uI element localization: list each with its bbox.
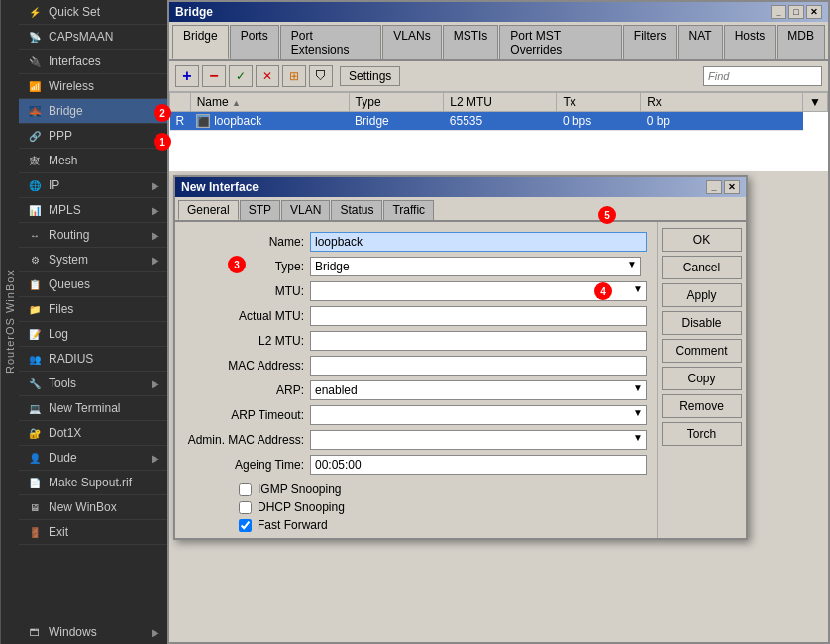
dialog-tab-general[interactable]: General [178, 200, 239, 220]
bridge-maximize-button[interactable]: □ [788, 5, 804, 19]
remove-button[interactable]: Remove [662, 394, 742, 418]
actual-mtu-label: Actual MTU: [185, 309, 304, 323]
bridge-minimize-button[interactable]: _ [771, 5, 786, 19]
ok-button[interactable]: OK [662, 228, 742, 252]
sidebar-item-mpls[interactable]: 📊 MPLS ▶ [19, 198, 167, 223]
sidebar-item-new-winbox[interactable]: 🖥 New WinBox [19, 495, 167, 520]
sidebar-item-tools[interactable]: 🔧 Tools ▶ [19, 372, 167, 396]
dialog-tab-traffic[interactable]: Traffic [383, 200, 434, 220]
sidebar-item-ip[interactable]: 🌐 IP ▶ [19, 173, 167, 198]
bridge-close-button[interactable]: ✕ [806, 5, 822, 19]
col-tx[interactable]: Tx [557, 93, 641, 112]
sidebar-item-mesh[interactable]: 🕸 Mesh [19, 149, 167, 173]
sidebar-item-dude[interactable]: 👤 Dude ▶ [19, 446, 167, 471]
sidebar-item-routing[interactable]: ↔ Routing ▶ [19, 223, 167, 248]
igmp-row: IGMP Snooping [179, 481, 653, 498]
main-content: Bridge _ □ ✕ BridgePortsPort ExtensionsV… [167, 0, 830, 644]
sidebar-item-new-terminal[interactable]: 💻 New Terminal [19, 396, 167, 421]
sidebar-item-wireless[interactable]: 📶 Wireless [19, 74, 167, 99]
dhcp-checkbox[interactable] [239, 501, 252, 514]
arp-timeout-select[interactable] [310, 405, 647, 425]
routing-arrow: ▶ [152, 230, 159, 241]
winbox-label: RouterOS WinBox [0, 0, 19, 644]
tab-filters[interactable]: Filters [623, 25, 677, 59]
table-row[interactable]: R ⬛ loopback Bridge 65535 0 bps 0 bp [170, 112, 828, 131]
sidebar-label-queues: Queues [49, 277, 159, 291]
sidebar-item-windows[interactable]: 🗔 Windows ▶ [19, 620, 167, 644]
tab-bridge[interactable]: Bridge [172, 25, 229, 59]
make-supout-icon: 📄 [27, 475, 43, 490]
sidebar-item-capsman[interactable]: 📡 CAPsMAAN [19, 25, 167, 50]
copy-button[interactable]: Copy [662, 367, 742, 390]
col-name[interactable]: Name ▲ [190, 93, 349, 112]
copy-toolbar-button[interactable]: ⊞ [282, 65, 306, 87]
sidebar-item-files[interactable]: 📁 Files [19, 297, 167, 322]
col-rx[interactable]: Rx [641, 93, 803, 112]
disable-button[interactable]: Disable [662, 311, 742, 335]
check-button[interactable]: ✓ [229, 65, 253, 87]
sidebar-item-exit[interactable]: 🚪 Exit [19, 520, 167, 545]
sidebar-item-quick-set[interactable]: ⚡ Quick Set [19, 0, 167, 25]
l2mtu-input[interactable] [310, 331, 647, 351]
dialog-close-button[interactable]: ✕ [724, 180, 740, 194]
dialog-tab-stp[interactable]: STP [240, 200, 280, 220]
col-scroll: ▼ [803, 93, 828, 112]
filter-button[interactable]: ⛉ [309, 65, 333, 87]
mpls-arrow: ▶ [152, 205, 159, 216]
sidebar-label-radius: RADIUS [49, 352, 159, 366]
badge-3: 3 [228, 256, 246, 273]
col-type[interactable]: Type [349, 93, 444, 112]
system-icon: ⚙ [27, 252, 43, 268]
name-label: Name: [185, 235, 304, 249]
l2mtu-row: L2 MTU: [185, 331, 647, 351]
name-input[interactable] [310, 232, 647, 252]
apply-button[interactable]: Apply [662, 283, 742, 307]
ageing-time-label: Ageing Time: [185, 458, 304, 472]
tab-mdb[interactable]: MDB [777, 25, 825, 59]
cancel-button[interactable]: Cancel [662, 256, 742, 279]
mtu-label: MTU: [185, 284, 304, 298]
tab-hosts[interactable]: Hosts [724, 25, 777, 59]
arp-timeout-row: ARP Timeout: [185, 405, 647, 425]
type-select[interactable]: Bridge [310, 257, 641, 276]
new-terminal-icon: 💻 [27, 400, 43, 416]
sidebar-item-make-supout[interactable]: 📄 Make Supout.rif [19, 471, 167, 495]
sidebar-item-radius[interactable]: 👥 RADIUS [19, 347, 167, 372]
add-button[interactable]: + [175, 65, 199, 87]
dialog-tab-vlan[interactable]: VLAN [281, 200, 330, 220]
sidebar-item-queues[interactable]: 📋 Queues [19, 272, 167, 297]
admin-mac-select[interactable] [310, 430, 647, 450]
sidebar-label-wireless: Wireless [49, 79, 159, 93]
sidebar-item-interfaces[interactable]: 🔌 Interfaces [19, 50, 167, 74]
torch-button[interactable]: Torch [662, 422, 742, 446]
sidebar-item-ppp[interactable]: 🔗 PPP [19, 124, 167, 149]
actual-mtu-input[interactable] [310, 306, 647, 326]
col-l2mtu[interactable]: L2 MTU [444, 93, 557, 112]
dialog-minimize-button[interactable]: _ [706, 180, 722, 194]
tab-port-mst-overrides[interactable]: Port MST Overrides [499, 25, 622, 59]
igmp-checkbox[interactable] [239, 483, 252, 496]
bridge-tab-bar: BridgePortsPort ExtensionsVLANsMSTIsPort… [169, 22, 828, 61]
tab-vlans[interactable]: VLANs [382, 25, 441, 59]
sidebar-item-bridge[interactable]: 🌉 Bridge [19, 99, 167, 124]
sidebar-item-system[interactable]: ⚙ System ▶ [19, 248, 167, 272]
settings-button[interactable]: Settings [340, 66, 400, 86]
fast-forward-checkbox[interactable] [239, 519, 252, 532]
tab-nat[interactable]: NAT [678, 25, 723, 59]
tab-ports[interactable]: Ports [230, 25, 279, 59]
tab-port-extensions[interactable]: Port Extensions [280, 25, 382, 59]
sidebar-item-log[interactable]: 📝 Log [19, 322, 167, 347]
sidebar-item-dot1x[interactable]: 🔐 Dot1X [19, 421, 167, 446]
tab-mstis[interactable]: MSTIs [443, 25, 499, 59]
ageing-time-input[interactable] [310, 455, 647, 475]
mac-input[interactable] [310, 356, 647, 376]
routing-icon: ↔ [27, 227, 43, 243]
search-input[interactable] [703, 66, 822, 86]
remove-button[interactable]: − [202, 65, 226, 87]
col-flag[interactable] [170, 93, 191, 112]
x-button[interactable]: ✕ [256, 65, 279, 87]
sidebar-label-dude: Dude [49, 451, 146, 465]
arp-select[interactable]: enabled disabled proxy-arp reply-only [310, 380, 647, 400]
dialog-tab-status[interactable]: Status [331, 200, 382, 220]
comment-button[interactable]: Comment [662, 339, 742, 363]
